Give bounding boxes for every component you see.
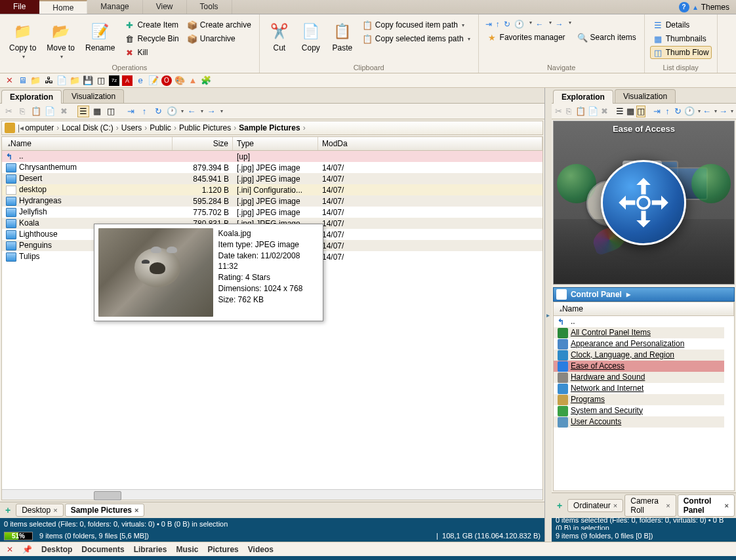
tab-control-panel[interactable]: Control Panel× — [678, 494, 735, 517]
ql-newdoc-icon[interactable]: 📄 — [56, 75, 67, 86]
move-to-button[interactable]: 📂Move to▾ — [43, 18, 79, 62]
col-moddate[interactable]: ModDa — [318, 137, 542, 150]
tb-view2-icon[interactable]: ▦ — [91, 106, 103, 117]
ql-network-icon[interactable]: 🖧 — [43, 75, 54, 86]
menu-manage[interactable]: Manage — [87, 0, 142, 14]
file-row[interactable]: desktop1.120 B[.ini] Configuratio...14/0… — [2, 184, 542, 195]
copy-focused-path-button[interactable]: 📋Copy focused item path▾ — [359, 18, 473, 31]
tb-refresh-icon[interactable]: ↻ — [152, 106, 164, 117]
favorites-button[interactable]: ★Favorites manager — [484, 31, 568, 44]
menu-themes[interactable]: Themes — [701, 3, 729, 12]
bl-music[interactable]: Music — [176, 545, 198, 554]
tb-up-icon[interactable]: ↑ — [663, 106, 672, 117]
cp-row[interactable]: Network and Internet — [554, 383, 724, 394]
tab-sample-pictures[interactable]: Sample Pictures× — [65, 504, 145, 517]
create-item-button[interactable]: ✚Create Item — [121, 18, 181, 31]
help-icon[interactable]: ? — [679, 2, 689, 12]
left-tab-exploration[interactable]: Exploration — [1, 90, 62, 104]
tb-fwd-icon[interactable]: → — [205, 106, 217, 117]
cp-row[interactable]: Clock, Language, and Region — [554, 350, 724, 361]
file-row[interactable]: Chrysanthemum879.394 B[.jpg] JPEG image1… — [2, 162, 542, 173]
copy-selected-path-button[interactable]: 📋Copy selected items path▾ — [359, 32, 473, 45]
ql-7z-icon[interactable]: 7z — [109, 75, 119, 86]
tb-delete-icon[interactable]: ✖ — [600, 106, 609, 117]
recycle-bin-button[interactable]: 🗑Recycle Bin — [121, 32, 181, 45]
search-button[interactable]: 🔍Search items — [575, 31, 639, 44]
cp-row[interactable]: System and Security — [554, 405, 724, 416]
file-row[interactable]: Jellyfish775.702 B[.jpg] JPEG image14/07… — [2, 207, 542, 218]
ql-monitor-icon[interactable]: 🖥 — [17, 75, 28, 86]
view-thumbflow-button[interactable]: ◫Thumb Flow — [650, 46, 712, 59]
bl-desktop[interactable]: Desktop — [41, 545, 72, 554]
thumbflow-preview[interactable]: Ease of Access — [553, 121, 735, 285]
view-details-button[interactable]: ☰Details — [650, 18, 712, 31]
right-tab-visualization[interactable]: Visualization — [615, 89, 676, 103]
create-archive-button[interactable]: 📦Create archive — [184, 18, 254, 31]
ql-opera-icon[interactable]: O — [161, 75, 172, 86]
close-tab-icon[interactable]: × — [53, 506, 57, 514]
close-tab-icon[interactable]: × — [725, 502, 729, 510]
tb-copy-icon[interactable]: ⎘ — [565, 106, 573, 117]
col-name[interactable]: ▴Name — [554, 302, 734, 315]
pin-icon[interactable]: 📌 — [22, 545, 32, 554]
copy-button[interactable]: 📄Copy — [296, 18, 325, 55]
tb-paste-icon[interactable]: 📋 — [575, 106, 586, 117]
tb-collapse-icon[interactable]: ⇥ — [125, 106, 136, 117]
file-row[interactable]: ..[up] — [2, 151, 542, 162]
tb-view1-icon[interactable]: ☰ — [615, 106, 624, 117]
paste-button[interactable]: 📋Paste — [328, 18, 357, 55]
add-tab-button[interactable]: + — [553, 500, 566, 511]
ql-save-icon[interactable]: 💾 — [83, 75, 93, 86]
nav-back-icon[interactable]: ← — [536, 20, 544, 29]
cut-button[interactable]: ✂️Cut — [265, 18, 294, 55]
ql-vlc-icon[interactable]: ▲ — [188, 75, 198, 86]
right-breadcrumb[interactable]: Control Panel ▸ — [553, 287, 735, 302]
nav-history-icon[interactable]: 🕐 — [514, 20, 524, 29]
ql-explorer-icon[interactable]: 📁 — [30, 75, 41, 86]
kill-button[interactable]: ✖Kill — [121, 46, 181, 59]
tab-camera-roll[interactable]: Camera Roll× — [624, 494, 676, 517]
tb-history-icon[interactable]: 🕐 — [684, 106, 695, 117]
tb-copy-icon[interactable]: ⎘ — [16, 106, 28, 117]
cp-row[interactable]: Appearance and Personalization — [554, 338, 724, 350]
nav-collapse-icon[interactable]: ⇥ — [485, 20, 492, 29]
rename-button[interactable]: 📝Rename — [81, 18, 119, 55]
collapse-icon[interactable]: ▴ — [693, 3, 697, 12]
tb-view3-icon[interactable]: ◫ — [105, 106, 117, 117]
tb-back-icon[interactable]: ← — [703, 106, 711, 117]
tb-new-icon[interactable]: 📄 — [588, 106, 598, 117]
close-tab-icon[interactable]: × — [134, 506, 138, 514]
tb-view2-icon[interactable]: ▦ — [626, 106, 634, 117]
tb-back-icon[interactable]: ← — [186, 106, 197, 117]
close-strip-icon[interactable]: ✕ — [4, 75, 14, 86]
ql-ie-icon[interactable]: e — [135, 75, 146, 86]
left-breadcrumb[interactable]: |◂ omputer› Local Disk (C:)› Users› Publ… — [1, 121, 543, 135]
tab-desktop[interactable]: Desktop× — [16, 504, 63, 517]
copy-to-button[interactable]: 📁Copy to▾ — [5, 18, 40, 62]
add-tab-button[interactable]: + — [1, 505, 14, 515]
tb-refresh-icon[interactable]: ↻ — [674, 106, 682, 117]
cp-row[interactable]: User Accounts — [554, 416, 724, 428]
right-tab-exploration[interactable]: Exploration — [553, 90, 613, 104]
tb-collapse-icon[interactable]: ⇥ — [653, 106, 661, 117]
tab-ordinateur[interactable]: Ordinateur× — [567, 499, 623, 512]
cp-row[interactable]: Hardware and Sound — [554, 372, 724, 383]
nav-fwd-icon[interactable]: → — [556, 20, 563, 29]
tb-cut-icon[interactable]: ✂ — [3, 106, 14, 117]
nav-refresh-icon[interactable]: ↻ — [504, 20, 510, 29]
cp-row[interactable]: Programs — [554, 394, 724, 405]
col-size[interactable]: Size — [173, 137, 233, 150]
menu-file[interactable]: File — [0, 0, 39, 14]
ql-notepad-icon[interactable]: 📝 — [148, 75, 159, 86]
ql-app-icon[interactable]: 🧩 — [201, 75, 211, 86]
close-tab-icon[interactable]: × — [613, 502, 617, 510]
view-thumbnails-button[interactable]: ▦Thumbnails — [650, 32, 712, 45]
tb-cut-icon[interactable]: ✂ — [554, 106, 563, 117]
cp-row[interactable]: Ease of Access — [554, 361, 724, 372]
bl-libraries[interactable]: Libraries — [134, 545, 167, 554]
file-row[interactable]: Hydrangeas595.284 B[.jpg] JPEG image14/0… — [2, 195, 542, 207]
tb-fwd-icon[interactable]: → — [719, 106, 727, 117]
pane-divider[interactable] — [545, 88, 552, 542]
tb-new-icon[interactable]: 📄 — [44, 106, 56, 117]
close-tab-icon[interactable]: × — [666, 502, 670, 510]
